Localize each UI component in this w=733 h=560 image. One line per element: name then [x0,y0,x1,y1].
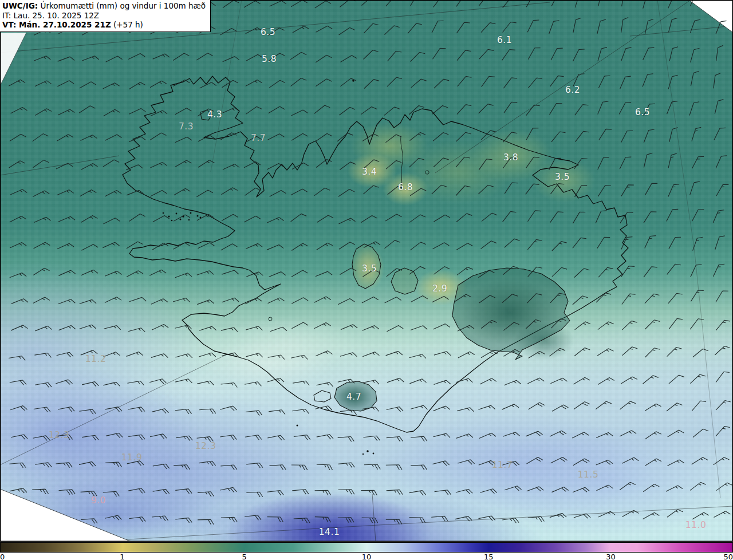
wind-barb [56,463,73,468]
wind-barb [409,518,425,523]
wind-barb [294,518,310,523]
wind-barb [105,271,121,276]
wind-barb [598,267,613,277]
wind-barb [267,245,283,250]
wind-barb [361,490,377,495]
wind-barb [34,353,51,358]
title-line-product: UWC/IG: Úrkomumætti (mm) og vindur i 100… [2,1,206,11]
wind-barb [10,134,26,141]
wind-barb [364,464,380,470]
precip-value-label: 12.3 [195,441,216,451]
wind-barb [175,409,192,415]
wind-barb [341,325,357,330]
wind-barb [267,491,284,496]
wind-barb [692,401,706,411]
wind-barb [175,137,192,143]
wind-barb [434,324,450,329]
precip-value-label: 6.8 [398,182,413,192]
precip-value-label: 7.3 [179,121,194,132]
precip-value-label: 11.2 [85,354,107,364]
wind-barb [32,489,48,494]
wind-barb [621,48,632,61]
wind-barb [456,434,473,439]
wind-barb [432,461,449,466]
wind-barb [246,243,262,249]
wind-barb [80,190,97,196]
wind-barb [669,237,681,249]
wind-barb [57,352,73,357]
colorbar-tick-10: 10 [362,553,372,560]
wind-barb [10,216,26,222]
wind-barb [340,78,356,86]
wind-barb [81,244,98,251]
wind-barb [552,267,567,277]
wind-barb [220,435,237,440]
wind-barb [643,376,659,384]
wind-barb [58,407,74,412]
wind-barb [550,378,567,384]
wind-barb [597,237,610,248]
wind-barb [246,463,263,468]
wind-barb [269,107,285,113]
wind-barb [269,80,285,88]
wind-barb [338,190,354,197]
wind-barb [267,164,283,169]
wind-barb [104,109,120,116]
wind-barb [174,215,190,221]
wind-barb [434,352,451,356]
wind-barb [457,50,471,61]
wind-barb [338,518,354,523]
wind-barb [294,435,310,440]
colorbar-legend: 01510153050 [0,542,733,560]
wind-barb [386,351,403,356]
wind-barb [152,409,168,413]
wind-barb [293,381,309,385]
wind-barb [409,106,424,115]
wind-barb [573,296,588,305]
wind-barb [129,214,145,222]
wind-barb [456,132,471,141]
wind-barb [434,215,450,222]
wind-barb [128,435,145,440]
wind-barb [433,48,446,59]
wind-barb [316,159,332,167]
wind-barb [150,133,166,140]
wind-barb [340,107,356,115]
wind-barb [175,160,192,167]
wind-barb [433,243,450,249]
wind-barb [58,109,74,115]
wind-barb [175,108,192,115]
wind-barb [339,218,356,224]
wind-barb [105,135,122,140]
wind-barb [245,435,262,440]
wind-barb [316,133,332,141]
wind-barb [314,297,331,302]
wind-barb [387,437,403,442]
wind-barb [269,272,286,277]
wind-barb [573,18,581,33]
colorbar-tick-30: 30 [606,553,616,560]
wind-barb [621,266,635,277]
wind-barb [315,517,331,523]
wind-barb [129,517,145,522]
wind-barb [126,165,143,170]
wind-barb [714,73,720,89]
wind-barb [669,375,684,384]
wind-barb [550,104,562,115]
wind-barb [692,210,704,222]
wind-barb [409,491,426,496]
wind-barb [692,458,708,464]
wind-barb [456,186,470,196]
wind-barb [80,325,96,329]
wind-barb [622,0,629,6]
wind-barb [222,188,238,195]
wind-barb [291,133,308,140]
wind-barb [643,48,655,60]
wind-barb [690,374,705,384]
wind-barb [645,404,661,411]
wind-barb [246,80,262,86]
colorbar-tick-0: 0 [0,553,5,560]
wind-barb [387,490,403,495]
wind-barb [200,82,216,88]
wind-barb [432,297,449,302]
